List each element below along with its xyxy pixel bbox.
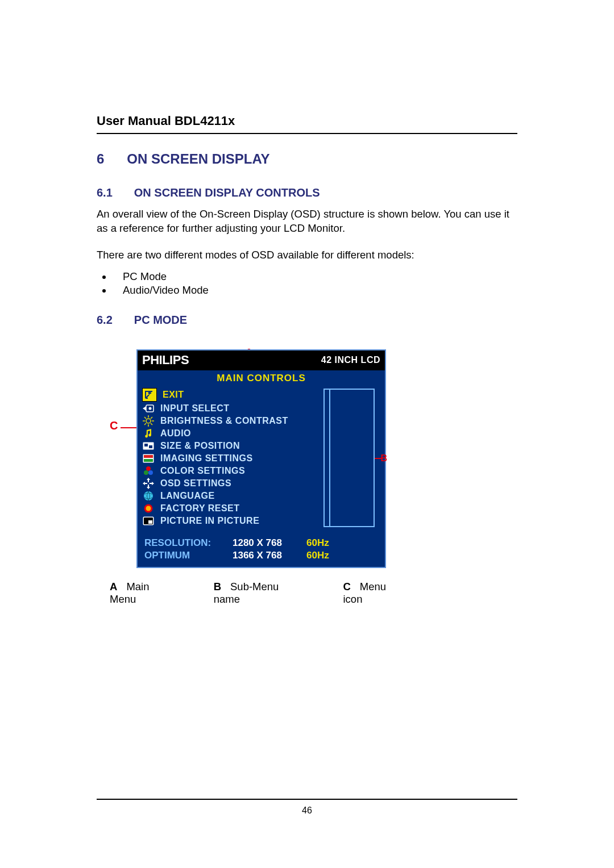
footer-divider — [97, 799, 517, 800]
size-icon — [142, 440, 155, 452]
reset-icon — [142, 503, 155, 514]
subsection-title: ON SCREEN DISPLAY CONTROLS — [134, 186, 320, 199]
svg-line-11 — [151, 423, 152, 425]
menu-item-pip[interactable]: PICTURE IN PICTURE — [142, 515, 317, 527]
exit-icon — [142, 388, 157, 402]
resolution-value: 1280 X 768 — [233, 537, 306, 549]
legend-b: BSub-Menu name — [214, 581, 308, 606]
optimum-value: 1366 X 768 — [233, 550, 306, 561]
menu-label: OSD SETTINGS — [160, 478, 231, 489]
svg-line-12 — [151, 417, 152, 419]
svg-marker-24 — [147, 485, 150, 489]
menu-item-osd-settings[interactable]: OSD SETTINGS — [142, 477, 317, 490]
image-icon — [142, 453, 155, 464]
menu-item-factory-reset[interactable]: FACTORY RESET — [142, 502, 317, 515]
legend-c: CMenu icon — [343, 581, 408, 606]
menu-item-language[interactable]: LANGUAGE — [142, 490, 317, 502]
submenu-preview: B — [323, 387, 380, 527]
menu-label: COLOR SETTINGS — [160, 466, 245, 476]
input-icon — [142, 403, 155, 414]
menu-label: EXIT — [163, 390, 184, 400]
menu-label: BRIGHTNESS & CONTRAST — [160, 416, 288, 426]
svg-marker-23 — [147, 478, 150, 482]
sun-icon — [142, 415, 155, 427]
globe-icon — [142, 490, 155, 502]
menu-item-audio[interactable]: AUDIO — [142, 427, 317, 440]
note-icon — [142, 428, 155, 439]
list-item: Audio/Video Mode — [113, 284, 517, 297]
menu-label: FACTORY RESET — [160, 503, 240, 514]
svg-point-4 — [149, 407, 152, 410]
page-number: 46 — [0, 806, 614, 816]
svg-point-22 — [148, 470, 153, 475]
paragraph: There are two different modes of OSD ava… — [97, 248, 517, 262]
menu-item-imaging-settings[interactable]: IMAGING SETTINGS — [142, 452, 317, 465]
svg-point-27 — [144, 491, 153, 500]
menu-item-size-position[interactable]: SIZE & POSITION — [142, 440, 317, 452]
subsection-title: PC MODE — [134, 314, 187, 327]
svg-rect-18 — [144, 455, 153, 458]
section-number: 6 — [97, 151, 104, 167]
svg-point-5 — [146, 419, 151, 423]
brand-label: PHILIPS — [142, 353, 189, 368]
rgb-icon — [142, 465, 155, 477]
svg-rect-32 — [148, 520, 152, 524]
menu-item-input-select[interactable]: INPUT SELECT — [142, 402, 317, 415]
svg-point-21 — [144, 470, 148, 475]
menu-label: AUDIO — [160, 428, 191, 439]
model-label: 42 INCH LCD — [321, 355, 380, 365]
svg-line-13 — [144, 423, 146, 425]
pip-icon — [142, 515, 155, 527]
osd-panel: PHILIPS 42 INCH LCD MAIN CONTROLS EXIT — [136, 349, 386, 568]
callout-label-c: C — [110, 419, 118, 432]
svg-rect-15 — [144, 444, 148, 446]
resolution-hz: 60Hz — [306, 537, 346, 549]
divider — [97, 133, 517, 134]
cross-arrows-icon — [142, 478, 155, 489]
menu-label: LANGUAGE — [160, 491, 215, 501]
svg-rect-19 — [144, 459, 153, 462]
callout-label-b: B — [380, 453, 387, 464]
menu-label: SIZE & POSITION — [160, 441, 240, 451]
svg-marker-26 — [150, 482, 154, 485]
svg-point-29 — [146, 506, 151, 511]
menu-label: INPUT SELECT — [160, 403, 230, 414]
callout-line-c — [121, 427, 136, 428]
osd-figure: A C PHILIPS 42 INCH LCD MAIN CONTROLS EX… — [124, 349, 408, 606]
main-controls-label: MAIN CONTROLS — [138, 370, 385, 387]
svg-line-10 — [144, 417, 146, 419]
resolution-label: RESOLUTION: — [144, 537, 233, 549]
subsection-number: 6.2 — [97, 314, 113, 327]
legend-a: AMain Menu — [110, 581, 179, 606]
svg-marker-25 — [143, 482, 147, 485]
optimum-label: OPTIMUM — [144, 550, 233, 561]
menu-label: PICTURE IN PICTURE — [160, 516, 259, 526]
optimum-hz: 60Hz — [306, 550, 346, 561]
menu-item-exit[interactable]: EXIT — [142, 387, 317, 402]
paragraph: An overall view of the On-Screen Display… — [97, 207, 517, 236]
svg-rect-16 — [149, 445, 152, 448]
subsection-number: 6.1 — [97, 186, 113, 199]
page-title: User Manual BDL4211x — [97, 114, 517, 128]
svg-marker-3 — [143, 406, 146, 411]
menu-label: IMAGING SETTINGS — [160, 453, 253, 464]
menu-item-brightness-contrast[interactable]: BRIGHTNESS & CONTRAST — [142, 415, 317, 427]
menu-item-color-settings[interactable]: COLOR SETTINGS — [142, 465, 317, 477]
list-item: PC Mode — [113, 270, 517, 283]
svg-point-20 — [146, 466, 151, 471]
section-title: ON SCREEN DISPLAY — [127, 151, 269, 167]
